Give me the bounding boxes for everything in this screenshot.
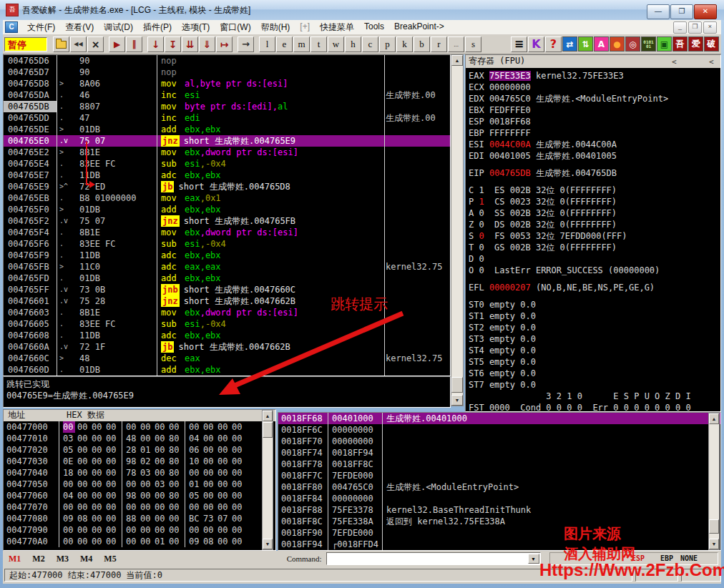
disasm-row[interactable]: 004765D690nop <box>4 55 450 67</box>
menu-item-quick-menu[interactable]: 快捷菜单 <box>315 20 359 35</box>
tab-m4[interactable]: M4 <box>74 554 98 564</box>
disasm-row[interactable]: 004765E4.83EE FCsubesi,-0x4 <box>4 158 450 170</box>
disasm-row[interactable]: 004765D8>8A06moval,byte ptr ds:[esi] <box>4 78 450 89</box>
menu-item-tools[interactable]: Tools <box>359 20 389 35</box>
hex-dump-row[interactable]: 00477000000000000000000000000000 <box>4 421 275 433</box>
disasm-row[interactable]: 00476605.83EE FCsubesi,-0x4 <box>4 318 450 330</box>
stack-row[interactable]: 0018FF80004765C0生成带姓.<ModuleEntryPoint> <box>278 481 720 493</box>
disasm-row[interactable]: 004765EB.B8 01000000moveax,0x1 <box>4 192 450 204</box>
run-to-return-button[interactable]: ↦ <box>216 36 233 52</box>
disasm-row[interactable]: 00476601.v75 28jnzshort 生成带姓.0047662B <box>4 295 450 307</box>
register-line[interactable]: C 1 ES 002B 32位 0(FFFFFFFF) <box>466 185 720 196</box>
pane-button-t[interactable]: t <box>310 36 327 52</box>
step-into-button[interactable]: ↓ <box>147 36 164 52</box>
disasm-row[interactable]: 004765F6.83EE FCsubesi,-0x4 <box>4 238 450 250</box>
register-line[interactable]: ST6 empty 0.0 <box>466 368 720 379</box>
column-divider[interactable] <box>57 55 57 376</box>
command-input[interactable]: ▼ <box>326 552 541 565</box>
stack-scrollbar[interactable]: ▲ ▼ <box>708 413 720 550</box>
disasm-row[interactable]: 004765E9>^72 EDjbshort 生成带姓.004765D8 <box>4 181 450 192</box>
animate-over-button[interactable]: ⇓ <box>199 36 215 52</box>
step-over-button[interactable]: ↧ <box>165 36 181 52</box>
menu-item-breakpoint[interactable]: BreakPoint-> <box>389 20 449 35</box>
disasm-row[interactable]: 004765DB.8807movbyte ptr ds:[edi],al <box>4 101 450 112</box>
stack-row[interactable]: 0018FF8875FE3378kernel32.BaseThreadInitT… <box>278 504 720 516</box>
hex-dump-pane[interactable]: 地址 HEX 数据 004770000000000000000000000000… <box>3 409 276 551</box>
register-line[interactable]: EBX FEDFFFE0 <box>466 104 720 116</box>
hex-dump-row[interactable]: 00477010030000004800008004000000 <box>4 433 275 444</box>
column-divider[interactable] <box>384 55 385 376</box>
swap-plugin-icon[interactable]: ⇄ <box>562 36 577 52</box>
scroll-down-icon[interactable]: ▼ <box>709 539 719 549</box>
disasm-row[interactable]: 004765DE>01DBaddebx,ebx <box>4 124 450 135</box>
pane-button-r[interactable]: r <box>431 36 447 52</box>
disassembly-scrollbar[interactable]: ▲ ▼ <box>451 54 464 406</box>
pane-button-e[interactable]: e <box>276 36 293 52</box>
disasm-row[interactable]: 00476603.8B1Emovebx,dword ptr ds:[esi] <box>4 307 450 318</box>
disasm-row[interactable]: 0047660A.v72 1Fjbshort 生成带姓.0047662B <box>4 341 450 353</box>
hex-dump-row[interactable]: 00477020050000002801008006000000 <box>4 444 275 456</box>
register-line[interactable]: S 0 FS 0053 32位 7EFDD000(FFF) <box>466 230 720 242</box>
hex-dump-row[interactable]: 004770300E0000009802008010000000 <box>4 456 275 467</box>
register-line[interactable]: ST3 empty 0.0 <box>466 333 720 345</box>
disasm-row[interactable]: 00476608.11DBadcebx,ebx <box>4 330 450 341</box>
hex-dump-row[interactable]: 00477090000000000000000000000000 <box>4 524 275 536</box>
hex-dump-row[interactable]: 004770A0000000000000010009080000 <box>4 536 275 547</box>
scroll-up-icon[interactable]: ▲ <box>709 413 719 424</box>
menu-item-debug[interactable]: 调试(D) <box>99 20 138 35</box>
wu-plugin-icon[interactable]: 吾 <box>672 36 688 52</box>
register-line[interactable]: EBP FFFFFFFF <box>466 127 720 139</box>
menu-item-options[interactable]: 选项(T) <box>177 20 215 35</box>
column-divider[interactable] <box>157 55 157 376</box>
menu-item-plus[interactable]: [+] <box>295 20 315 35</box>
stack-row[interactable]: 0018FF8400000000 <box>278 493 720 504</box>
ball-plugin-icon[interactable]: ● <box>610 36 625 52</box>
disasm-row[interactable]: 0047660D.01DBaddebx,ebx <box>4 364 450 376</box>
pane-button-w[interactable]: w <box>328 36 344 52</box>
disasm-row[interactable]: 004765F9.11DBadcebx,ebx <box>4 250 450 261</box>
disasm-row[interactable]: 004765FF.v73 0Bjnbshort 生成带姓.0047660C <box>4 284 450 295</box>
stack-row[interactable]: 0018FF7C7EFDE000 <box>278 470 720 481</box>
menu-item-view[interactable]: 查看(V) <box>60 20 99 35</box>
register-line[interactable]: P 1 CS 0023 32位 0(FFFFFFFF) <box>466 196 720 207</box>
close-button[interactable]: ✕ <box>694 4 717 19</box>
register-line[interactable]: ST5 empty 0.0 <box>466 356 720 368</box>
disasm-row[interactable]: 004765DD.47incedi生成带姓.00 <box>4 112 450 124</box>
stack-mode-none[interactable]: NONE <box>680 554 698 562</box>
register-line[interactable]: ST4 empty 0.0 <box>466 345 720 356</box>
pause-button[interactable]: ‖ <box>126 36 142 52</box>
pane-button-b[interactable]: b <box>414 36 430 52</box>
mdi-close-button[interactable]: × <box>703 21 717 34</box>
register-line[interactable]: ST7 empty 0.0 <box>466 379 720 391</box>
register-line[interactable]: 3 2 1 0 E S P U O Z D I <box>466 391 720 402</box>
disasm-row[interactable]: 004765E7.11DBadcebx,ebx <box>4 170 450 181</box>
disasm-row[interactable]: 004765E0.v75 07jnzshort 生成带姓.004765E9 <box>4 135 450 147</box>
target-plugin-icon[interactable]: ◎ <box>625 36 640 52</box>
open-file-button[interactable] <box>53 36 69 52</box>
pane-button-dotsdotsdots[interactable]: ... <box>448 36 464 52</box>
menu-item-help[interactable]: 帮助(H) <box>256 20 295 35</box>
stack-row[interactable]: 0018FF780018FF8C <box>278 459 720 470</box>
pane-button-h[interactable]: h <box>345 36 361 52</box>
scrollbar-thumb[interactable] <box>263 422 273 438</box>
hex-dump-row[interactable]: 004770800908000088000000BC730700 <box>4 513 275 524</box>
animate-into-button[interactable]: ⇊ <box>182 36 198 52</box>
disasm-row[interactable]: 004765FB>11C0adceax,eaxkernel32.75 <box>4 261 450 273</box>
scroll-down-icon[interactable]: ▼ <box>263 539 273 549</box>
disasm-row[interactable]: 004765F4.8B1Emovebx,dword ptr ds:[esi] <box>4 227 450 238</box>
disasm-row[interactable]: 004765FD.01DBaddebx,ebx <box>4 273 450 284</box>
register-line[interactable]: ESI 0044C00A 生成带姓.0044C00A <box>466 139 720 150</box>
stack-mode-ebp[interactable]: EBP <box>660 554 673 562</box>
register-line[interactable]: D 0 <box>466 253 720 265</box>
hex-dump-scrollbar[interactable]: ▲ ▼ <box>262 410 273 550</box>
stack-row[interactable]: 0018FF907EFDE000 <box>278 527 720 539</box>
updown-plugin-icon[interactable]: ⇅ <box>578 36 593 52</box>
stack-row[interactable]: 0018FF94┌0018FFD4 <box>278 539 720 550</box>
stack-pane[interactable]: 0018FF6800401000生成带姓.004010000018FF6C000… <box>278 412 721 551</box>
register-line[interactable]: EFL 00000207 (NO,B,NE,BE,NS,PE,GE,G) <box>466 282 720 293</box>
disasm-row[interactable]: 004765E2>8B1Emovebx,dword ptr ds:[esi] <box>4 147 450 158</box>
letter-a-plugin-icon[interactable]: A <box>594 36 609 52</box>
collapse-icon[interactable]: < <box>672 56 677 68</box>
mdi-minimize-button[interactable]: _ <box>673 21 687 34</box>
run-button[interactable]: ▶ <box>109 36 125 52</box>
